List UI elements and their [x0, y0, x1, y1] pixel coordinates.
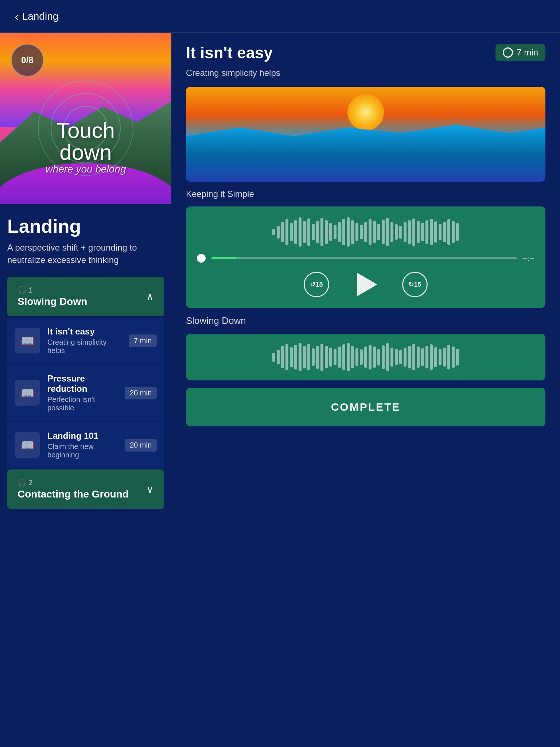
lesson-info-1: It isn't easy Creating simplicity helps: [47, 326, 121, 355]
main-layout: 0/8 Touchdown where you belong Landing A…: [0, 33, 560, 747]
ocean-image: [186, 87, 545, 182]
progress-row: --:--: [197, 254, 534, 263]
lesson-title-1: It isn't easy: [47, 326, 121, 337]
section-desc: A perspective shift + grounding to neutr…: [7, 241, 164, 266]
chapter1-toggle: ∧: [146, 291, 154, 303]
chapter2-number: 🎧 2: [18, 478, 129, 487]
chapter2-toggle: ∨: [146, 483, 154, 495]
left-panel: 0/8 Touchdown where you belong Landing A…: [0, 33, 171, 747]
lesson-title-2: Pressure reduction: [47, 374, 117, 394]
right-subtitle: Creating simplicity helps: [186, 68, 545, 78]
hero-image: 0/8 Touchdown where you belong: [0, 33, 171, 204]
lesson-icon-2: 📖: [15, 380, 40, 406]
lesson-info-3: Landing 101 Claim the new beginning: [47, 431, 117, 459]
lesson-duration-3: 20 min: [125, 439, 157, 452]
lesson-subtitle-2: Perfection isn't possible: [47, 395, 117, 412]
lesson-item-3[interactable]: 📖 Landing 101 Claim the new beginning 20…: [7, 422, 164, 468]
complete-button[interactable]: COMPLETE: [186, 388, 545, 426]
lesson-info-2: Pressure reduction Perfection isn't poss…: [47, 374, 117, 412]
hero-text: Touchdown where you belong: [0, 120, 171, 175]
skip-back-label: ↺15: [310, 280, 323, 289]
time-badge-label: 7 min: [517, 47, 538, 58]
audio-player-2: [186, 334, 545, 380]
chapter2-header[interactable]: 🎧 2 Contacting the Ground ∨: [7, 469, 164, 509]
progress-time: --:--: [523, 254, 534, 263]
lesson-title-3: Landing 101: [47, 431, 117, 441]
waveform-2: [197, 342, 534, 372]
chapter1-name: Slowing Down: [18, 296, 87, 307]
controls-row: ↺15 ↻15: [197, 270, 534, 299]
play-icon: [357, 273, 377, 296]
chapter1-header[interactable]: 🎧 1 Slowing Down ∧: [7, 277, 164, 316]
progress-badge: 0/8: [11, 44, 44, 77]
skip-forward-label: ↻15: [408, 280, 421, 289]
slowing-down-label: Slowing Down: [186, 315, 545, 326]
ocean-sun: [347, 94, 384, 131]
lesson-subtitle-3: Claim the new beginning: [47, 442, 117, 459]
audio-player-1: --:-- ↺15 ↻15: [186, 206, 545, 308]
back-button[interactable]: ‹ Landing: [15, 11, 58, 22]
right-top-row: It isn't easy 7 min: [186, 44, 545, 62]
hero-title-main: Touchdown: [0, 120, 171, 163]
lesson-item-1[interactable]: 📖 It isn't easy Creating simplicity help…: [7, 318, 164, 364]
header: ‹ Landing: [0, 0, 560, 33]
lesson-icon-3: 📖: [15, 432, 40, 458]
waveform-1: [197, 217, 534, 247]
skip-forward-button[interactable]: ↻15: [402, 272, 428, 297]
hero-title-script: where you belong: [0, 163, 171, 175]
back-icon: ‹: [15, 11, 19, 22]
skip-back-button[interactable]: ↺15: [304, 272, 329, 297]
chapter1-number: 🎧 1: [18, 286, 87, 294]
progress-fill: [211, 257, 236, 259]
lesson-duration-1: 7 min: [129, 334, 157, 347]
section-title: Landing: [7, 215, 164, 237]
right-panel: It isn't easy 7 min Creating simplicity …: [171, 33, 560, 747]
lesson-item-2[interactable]: 📖 Pressure reduction Perfection isn't po…: [7, 365, 164, 421]
time-badge: 7 min: [495, 44, 545, 61]
ocean-waves: [186, 125, 545, 182]
chapter2-name: Contacting the Ground: [18, 488, 129, 500]
lesson-icon-1: 📖: [15, 328, 40, 353]
play-button[interactable]: [351, 270, 380, 299]
back-label: Landing: [22, 11, 59, 22]
keeping-simple-label: Keeping it Simple: [186, 189, 545, 199]
progress-dot[interactable]: [197, 254, 206, 263]
left-content: Landing A perspective shift + grounding …: [0, 204, 171, 520]
right-title: It isn't easy: [186, 44, 273, 62]
lesson-duration-2: 20 min: [125, 387, 157, 399]
clock-icon: [503, 47, 513, 58]
progress-track[interactable]: [211, 257, 517, 259]
lesson-subtitle-1: Creating simplicity helps: [47, 338, 121, 355]
